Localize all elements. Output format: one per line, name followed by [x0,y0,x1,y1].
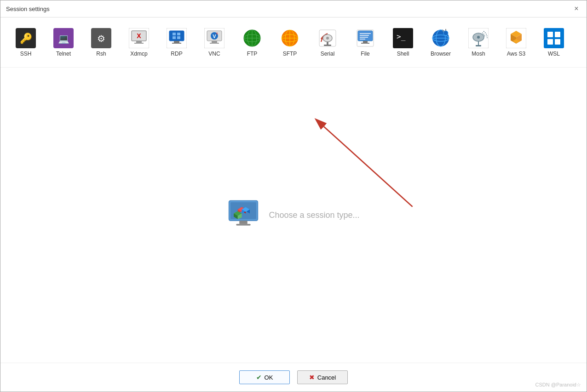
svg-rect-62 [476,45,481,46]
dialog-footer: ✔ OK ✖ Cancel [0,363,587,392]
svg-rect-71 [547,39,553,45]
wsl-label: WSL [548,51,560,57]
sftp-icon [279,28,300,49]
svg-rect-45 [361,43,369,44]
svg-text:⚙: ⚙ [97,34,105,44]
svg-text:💻: 💻 [58,33,69,44]
session-type-browser[interactable]: Browser [423,23,459,62]
svg-rect-8 [136,41,142,43]
session-type-telnet[interactable]: 💻 Telnet [46,23,81,62]
serial-icon [317,28,338,49]
mosh-label: Mosh [472,51,485,57]
ssh-icon: 🔑 [15,28,36,49]
wsl-icon [543,28,564,49]
awss3-label: Aws S3 [507,51,525,57]
svg-rect-70 [555,32,560,37]
svg-text:>_: >_ [397,32,406,41]
session-type-rdp[interactable]: RDP [159,23,195,62]
svg-rect-12 [169,31,184,41]
telnet-icon: 💻 [53,28,74,49]
vnc-icon: V c [204,28,225,49]
svg-text:X: X [137,32,141,40]
session-type-awss3[interactable]: Aws S3 [498,23,534,62]
shell-label: Shell [397,51,409,57]
svg-rect-14 [172,43,181,44]
ok-label: OK [265,374,273,381]
rdp-icon [166,28,187,49]
ftp-label: FTP [247,51,258,57]
svg-rect-41 [324,45,331,46]
session-type-file[interactable]: File [347,23,383,62]
serial-label: Serial [321,51,335,57]
sftp-label: SFTP [283,51,297,57]
ssh-label: SSH [20,51,32,57]
rsh-label: Rsh [96,51,106,57]
dialog-title: Session settings [6,6,50,12]
session-settings-dialog: Session settings × 🔑 SSH 💻 Telnet [0,0,587,392]
ok-button[interactable]: ✔ OK [239,370,290,384]
cancel-label: Cancel [317,374,336,381]
file-label: File [361,51,369,57]
session-type-toolbar: 🔑 SSH 💻 Telnet ⚙ Rsh [0,17,587,68]
cancel-button[interactable]: ✖ Cancel [297,370,348,384]
svg-rect-72 [555,39,560,45]
cancel-x-icon: ✖ [309,374,315,381]
session-type-ssh[interactable]: 🔑 SSH [8,23,44,62]
mosh-icon [468,28,489,49]
svg-rect-17 [173,36,176,39]
session-type-rsh[interactable]: ⚙ Rsh [83,23,119,62]
svg-text:c: c [216,32,218,35]
session-type-mosh[interactable]: Mosh [460,23,496,62]
svg-rect-69 [547,32,553,37]
svg-line-74 [324,126,413,206]
svg-point-39 [326,37,329,40]
choose-session-text: Choose a session type... [269,210,359,220]
svg-rect-22 [210,43,219,44]
svg-rect-68 [544,28,564,48]
svg-point-56 [443,31,448,35]
file-icon [355,28,376,49]
ok-check-icon: ✔ [256,374,262,381]
shell-icon: >_ [392,28,414,49]
browser-label: Browser [431,51,451,57]
ftp-icon [242,28,263,49]
rdp-label: RDP [171,51,182,57]
choose-session-placeholder: Choose a session type... [227,199,359,231]
svg-rect-18 [177,36,180,39]
session-type-wsl[interactable]: WSL [536,23,572,62]
session-type-xdmcp[interactable]: X Xdmcp [121,23,157,62]
session-type-serial[interactable]: Serial [310,23,345,62]
browser-icon [430,28,451,49]
svg-rect-44 [363,41,368,43]
svg-text:🔑: 🔑 [20,32,33,45]
svg-rect-13 [174,41,179,43]
close-button[interactable]: × [572,4,581,13]
svg-point-60 [477,36,480,39]
session-type-sftp[interactable]: SFTP [272,23,308,62]
svg-rect-77 [240,221,248,224]
watermark: CSDN @Paranoid☆ [535,382,581,388]
rsh-icon: ⚙ [91,28,112,49]
session-type-ftp[interactable]: FTP [234,23,270,62]
xdmcp-label: Xdmcp [130,51,147,57]
svg-rect-21 [212,41,217,43]
placeholder-icon [227,199,259,231]
title-bar: Session settings × [0,0,587,17]
svg-rect-9 [134,43,144,44]
session-type-vnc[interactable]: V c VNC [196,23,232,62]
svg-rect-15 [173,33,176,35]
session-type-shell[interactable]: >_ Shell [385,23,421,62]
awss3-icon [506,28,527,49]
xdmcp-icon: X [128,28,150,49]
main-content-area: Choose a session type... [0,68,587,363]
vnc-label: VNC [208,51,220,57]
svg-rect-78 [236,224,251,226]
telnet-label: Telnet [56,51,71,57]
svg-rect-16 [177,33,180,35]
